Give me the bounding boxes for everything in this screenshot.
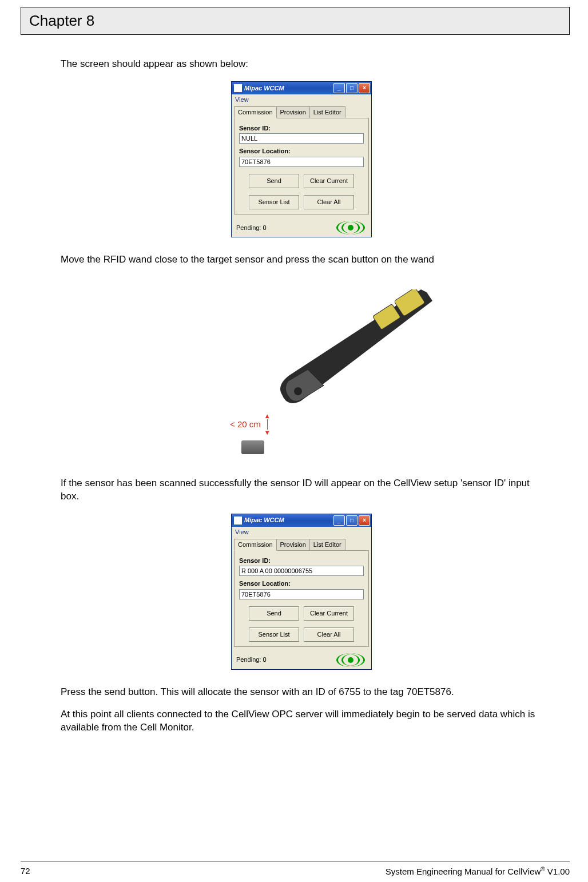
sensor-list-button[interactable]: Sensor List [249,195,299,209]
menu-view[interactable]: View [232,94,371,105]
maximize-icon[interactable]: □ [346,515,357,526]
send-button[interactable]: Send [249,174,299,188]
distance-arrow-icon: ▲▼ [264,413,271,436]
sensor-icon [241,440,264,454]
minimize-icon[interactable]: _ [333,83,345,93]
tab-commission[interactable]: Commission [234,539,277,551]
titlebar: Mipac WCCM _ □ × [232,514,371,527]
minimize-icon[interactable]: _ [333,515,345,526]
rfid-wand-illustration [255,289,438,415]
clear-all-button[interactable]: Clear All [304,195,354,209]
chapter-header: Chapter 8 [21,7,570,35]
tab-list-editor[interactable]: List Editor [309,539,345,551]
pending-label: Pending: 0 [236,655,267,664]
tab-provision[interactable]: Provision [276,106,310,118]
footer-doc-title: System Engineering Manual for CellView® … [386,866,570,876]
screenshot-window-2: Mipac WCCM _ □ × View Commission Provisi… [231,514,372,670]
clear-current-button[interactable]: Clear Current [304,174,354,188]
sensor-location-input[interactable] [239,157,364,167]
paragraph-3: If the sensor has been scanned successfu… [61,477,542,503]
sensor-id-input[interactable] [239,133,364,144]
paragraph-5: At this point all clients connected to t… [61,708,542,734]
page-number: 72 [21,866,30,876]
footer-rule [21,861,570,861]
close-icon[interactable]: × [359,515,370,526]
clear-current-button[interactable]: Clear Current [304,606,354,621]
window-title: Mipac WCCM [244,516,284,525]
distance-label: < 20 cm [230,419,261,430]
tab-list-editor[interactable]: List Editor [309,106,345,118]
tab-commission[interactable]: Commission [234,106,277,118]
signal-icon [335,222,367,233]
rfid-wand-diagram: < 20 cm ▲▼ [61,289,542,461]
svg-point-2 [294,387,302,395]
sensor-location-input[interactable] [239,589,364,599]
label-sensor-location: Sensor Location: [239,579,364,588]
paragraph-1: The screen should appear as shown below: [61,58,542,71]
chapter-title: Chapter 8 [29,12,94,29]
clear-all-button[interactable]: Clear All [304,627,354,642]
screenshot-window-1: Mipac WCCM _ □ × View Commission Provisi… [231,81,372,237]
label-sensor-location: Sensor Location: [239,147,364,156]
app-icon [234,84,242,92]
page-footer: 72 System Engineering Manual for CellVie… [21,866,570,876]
menu-view[interactable]: View [232,527,371,538]
maximize-icon[interactable]: □ [346,83,357,93]
label-sensor-id: Sensor ID: [239,557,364,565]
pending-label: Pending: 0 [236,224,267,232]
titlebar: Mipac WCCM _ □ × [232,82,371,94]
label-sensor-id: Sensor ID: [239,124,364,133]
sensor-list-button[interactable]: Sensor List [249,627,299,642]
app-icon [234,517,242,525]
send-button[interactable]: Send [249,606,299,621]
window-title: Mipac WCCM [244,84,284,93]
paragraph-2: Move the RFID wand close to the target s… [61,253,542,267]
sensor-id-input[interactable] [239,566,364,576]
signal-icon [335,654,367,666]
tab-provision[interactable]: Provision [276,539,310,551]
paragraph-4: Press the send button. This will allocat… [61,686,542,699]
close-icon[interactable]: × [359,83,370,93]
